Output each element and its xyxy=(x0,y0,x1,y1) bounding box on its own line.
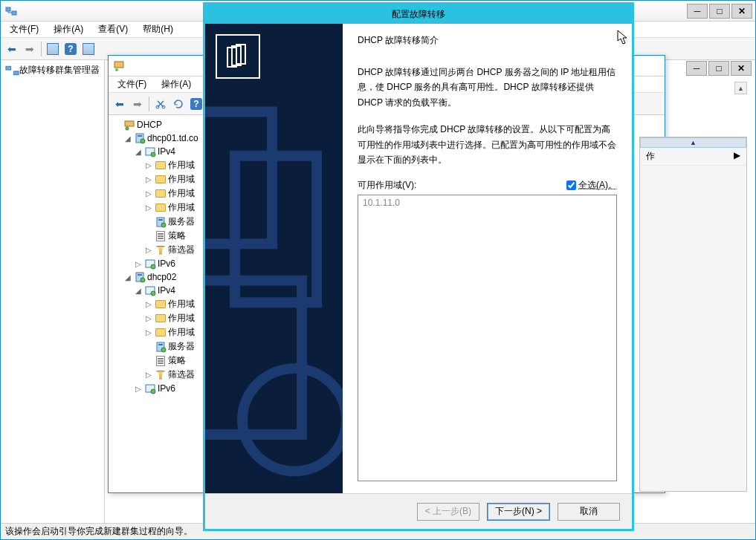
show-hide-action-button[interactable] xyxy=(80,41,97,57)
available-scopes-list[interactable]: 10.1.11.0 xyxy=(358,195,617,481)
tree-toggle[interactable]: ▷ xyxy=(144,314,153,322)
menu-help[interactable]: 帮助(H) xyxy=(137,22,179,37)
wizard-body: DHCP 故障转移简介 DHCP 故障转移通过同步两台 DHCP 服务器之间的 … xyxy=(205,24,632,493)
next-button[interactable]: 下一步(N) > xyxy=(487,503,550,521)
folder-icon xyxy=(155,160,167,172)
tree-label: 作用域 xyxy=(168,173,195,186)
folder-icon xyxy=(155,299,167,310)
folder-icon xyxy=(155,174,167,186)
select-all-checkbox[interactable] xyxy=(566,180,576,190)
tree-label: dhcp02 xyxy=(147,272,176,282)
tree-toggle[interactable]: ▷ xyxy=(144,328,153,336)
wizard-paragraph-1: DHCP 故障转移通过同步两台 DHCP 服务器之间的 IP 地址租用信息，使 … xyxy=(358,65,617,110)
svg-point-29 xyxy=(151,389,155,394)
dhcp-back-button[interactable] xyxy=(112,96,128,112)
menu-view[interactable]: 查看(V) xyxy=(92,22,134,37)
scope-list-item[interactable]: 10.1.11.0 xyxy=(358,195,616,210)
wizard-content: DHCP 故障转移简介 DHCP 故障转移通过同步两台 DHCP 服务器之间的 … xyxy=(343,24,632,493)
ipv-icon xyxy=(144,146,156,157)
dhcp-help-toolbar-button[interactable]: ? xyxy=(188,96,204,112)
svg-rect-0 xyxy=(6,7,10,11)
select-all-checkbox-label[interactable]: 全选(A)。 xyxy=(566,179,617,192)
svg-rect-3 xyxy=(13,71,19,74)
tree-label: 策略 xyxy=(168,354,186,367)
forward-button[interactable] xyxy=(22,41,38,57)
tree-toggle[interactable]: ▷ xyxy=(144,189,153,198)
server-icon xyxy=(134,271,146,283)
server-icon xyxy=(134,132,146,144)
wizard-titlebar[interactable]: 配置故障转移 xyxy=(205,4,632,24)
svg-rect-1 xyxy=(12,11,16,15)
tree-label: 作用域 xyxy=(168,326,195,339)
show-hide-tree-button[interactable] xyxy=(45,41,61,57)
svg-point-14 xyxy=(151,152,155,157)
tree-label: 筛选器 xyxy=(168,368,195,381)
available-scopes-label: 可用作用域(V): xyxy=(358,179,416,192)
actions-scroll-up[interactable]: ▲ xyxy=(734,82,747,94)
folder-icon xyxy=(155,327,167,339)
dhcp-menu-file[interactable]: 文件(F) xyxy=(112,77,152,92)
dhcp-forward-button[interactable] xyxy=(129,96,146,112)
tree-toggle[interactable]: ◢ xyxy=(123,273,132,282)
tree-label: 服务器 xyxy=(168,340,195,353)
scope-pane: 故障转移群集管理器 xyxy=(1,60,105,523)
folder-icon xyxy=(155,202,167,214)
filter-icon xyxy=(155,369,167,381)
tree-label: 策略 xyxy=(168,230,186,242)
tree-label: dhcp01.td.co xyxy=(147,133,198,143)
tree-label: IPv4 xyxy=(158,285,175,296)
svg-rect-16 xyxy=(158,219,163,221)
server-icon xyxy=(155,341,167,353)
mmc-close-button[interactable]: ✕ xyxy=(731,61,752,76)
tree-toggle[interactable]: ▷ xyxy=(144,175,153,183)
svg-rect-4 xyxy=(114,62,123,68)
svg-rect-26 xyxy=(158,344,163,345)
dhcp-menu-action[interactable]: 操作(A) xyxy=(155,77,197,92)
svg-point-22 xyxy=(140,278,145,282)
tree-toggle[interactable]: ▷ xyxy=(144,161,153,169)
tree-toggle[interactable]: ▷ xyxy=(144,246,153,254)
ipv-icon xyxy=(144,383,156,394)
tree-toggle[interactable]: ▷ xyxy=(134,260,143,268)
dhcp-cut-button[interactable] xyxy=(152,96,169,112)
menu-file[interactable]: 文件(F) xyxy=(4,22,45,37)
minimize-button[interactable]: ─ xyxy=(687,4,708,19)
policy-icon xyxy=(155,230,167,242)
wizard-button-bar: < 上一步(B) 下一步(N) > 取消 xyxy=(205,493,632,529)
tree-toggle[interactable]: ◢ xyxy=(134,148,143,156)
tree-toggle[interactable]: ▷ xyxy=(144,204,153,212)
wizard-banner-icon xyxy=(216,34,260,79)
action-arrow-icon: ▶ xyxy=(734,150,740,160)
mmc-minimize-button[interactable]: ─ xyxy=(686,61,707,76)
wizard-paragraph-2: 此向导将指导你完成 DHCP 故障转移的设置。从以下可配置为高可用性的作用域列表… xyxy=(358,122,617,167)
svg-point-24 xyxy=(151,291,155,296)
tree-label: 作用域 xyxy=(168,201,195,214)
filter-icon xyxy=(155,244,167,256)
select-all-text: 全选(A)。 xyxy=(578,179,617,192)
back-button[interactable] xyxy=(4,41,20,57)
tree-toggle[interactable]: ◢ xyxy=(134,287,143,295)
statusbar-text: 该操作会启动引导你完成新建群集过程的向导。 xyxy=(5,525,193,538)
svg-point-27 xyxy=(161,348,166,352)
actions-collapse[interactable]: ▲ xyxy=(640,137,746,148)
svg-rect-11 xyxy=(138,135,142,137)
tree-toggle[interactable]: ▷ xyxy=(134,385,143,393)
wizard-scope-row: 可用作用域(V): 全选(A)。 xyxy=(358,179,617,192)
mmc-maximize-button[interactable]: □ xyxy=(708,61,729,76)
svg-rect-30 xyxy=(205,24,343,493)
cluster-manager-node[interactable]: 故障转移群集管理器 xyxy=(4,63,101,77)
dhcp-refresh-button[interactable] xyxy=(170,96,187,112)
maximize-button[interactable]: □ xyxy=(709,4,730,19)
main-window-buttons: ─ □ ✕ xyxy=(687,4,752,19)
help-button[interactable]: ? xyxy=(62,41,79,57)
menu-action[interactable]: 操作(A) xyxy=(48,22,89,37)
tree-toggle[interactable]: ◢ xyxy=(123,134,132,143)
cancel-button[interactable]: 取消 xyxy=(558,503,620,521)
close-button[interactable]: ✕ xyxy=(731,4,752,19)
dhcp-toolbar-separator xyxy=(149,97,149,111)
cluster-icon xyxy=(5,65,19,76)
svg-point-17 xyxy=(161,223,166,227)
tree-toggle[interactable]: ▷ xyxy=(144,300,153,308)
policy-icon xyxy=(155,355,167,367)
tree-toggle[interactable]: ▷ xyxy=(144,371,153,379)
